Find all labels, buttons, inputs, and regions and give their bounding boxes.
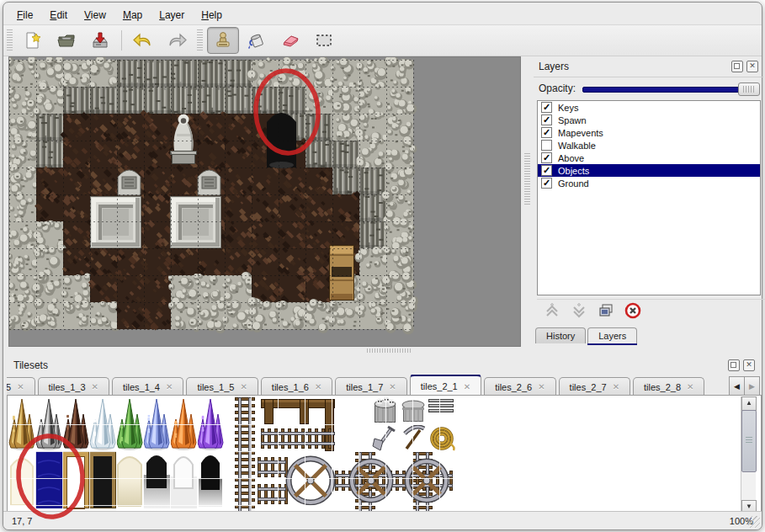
stamp-icon <box>213 30 233 51</box>
layers-panel-title: Layers <box>539 61 569 72</box>
float-panel-icon[interactable] <box>728 359 740 371</box>
close-tab-icon[interactable]: ✕ <box>166 382 173 391</box>
layers-panel-header: Layers ✕ <box>534 56 763 77</box>
close-tab-icon[interactable]: ✕ <box>464 382 470 391</box>
tilesets-panel-title: Tilesets <box>13 359 48 371</box>
undo-button[interactable] <box>127 27 159 54</box>
delete-layer-button[interactable] <box>624 302 641 322</box>
open-button[interactable] <box>50 27 82 54</box>
scroll-tabs-left-button[interactable]: ◀ <box>729 376 745 396</box>
layer-row-spawn[interactable]: ✓Spawn <box>538 114 760 126</box>
save-icon <box>90 30 110 51</box>
menu-item-view[interactable]: View <box>76 8 114 23</box>
fill-tool-button[interactable] <box>241 27 273 54</box>
close-tab-icon[interactable]: ✕ <box>538 382 545 391</box>
menu-item-map[interactable]: Map <box>114 8 151 23</box>
close-panel-icon[interactable]: ✕ <box>746 61 758 72</box>
tileset-tab-tiles_2_1[interactable]: tiles_2_1✕ <box>410 375 481 396</box>
tab-label: tiles_2_8 <box>644 382 681 392</box>
toolbar-grip[interactable] <box>7 29 13 51</box>
layer-name: Spawn <box>558 115 587 125</box>
tab-label: tiles_1_3 <box>49 382 86 392</box>
tileset-tab-tiles_2_7[interactable]: tiles_2_7✕ <box>559 377 630 396</box>
layers-panel: Layers ✕ Opacity: ✓Keys✓Spawn✓MapeventsW… <box>534 56 763 348</box>
dock-tab-layers[interactable]: Layers <box>587 327 637 343</box>
close-tab-icon[interactable]: ✕ <box>389 382 396 391</box>
open-folder-icon <box>56 30 77 51</box>
close-tab-icon[interactable]: ✕ <box>613 382 619 391</box>
tab-label: tiles_1_5 <box>197 382 234 392</box>
app-window: FileEditViewMapLayerHelp Layers ✕ Opacit… <box>3 2 762 530</box>
window-resize-grip[interactable] <box>748 516 760 528</box>
close-panel-icon[interactable]: ✕ <box>743 359 755 371</box>
layer-row-walkable[interactable]: Walkable <box>538 139 760 152</box>
layer-row-ground[interactable]: ✓Ground <box>538 177 760 189</box>
close-tab-icon[interactable]: ✕ <box>315 382 321 391</box>
close-tab-icon[interactable]: ✕ <box>240 382 247 391</box>
close-tab-icon[interactable]: ✕ <box>92 382 98 391</box>
save-button[interactable] <box>84 27 116 54</box>
opacity-label: Opacity: <box>539 82 576 94</box>
tileset-tab-tiles_1_6[interactable]: tiles_1_6✕ <box>261 377 332 396</box>
layer-row-objects[interactable]: ✓Objects <box>538 164 760 177</box>
tileset-vertical-scrollbar[interactable]: ▲ ▼ <box>741 396 756 514</box>
close-tab-icon[interactable]: ✕ <box>687 382 693 391</box>
dock-tabbar: HistoryLayers <box>535 327 639 343</box>
scroll-tabs-right-button[interactable]: ▶ <box>745 376 760 396</box>
dock-tab-history[interactable]: History <box>535 327 586 343</box>
move-layer-up-button[interactable] <box>544 302 560 322</box>
move-layer-down-button[interactable] <box>571 302 587 322</box>
map-canvas[interactable] <box>9 57 518 344</box>
layer-visibility-checkbox[interactable]: ✓ <box>541 114 552 125</box>
layer-visibility-checkbox[interactable]: ✓ <box>541 127 552 138</box>
float-panel-icon[interactable] <box>731 61 743 72</box>
toolbar-grip[interactable] <box>197 29 203 51</box>
toolbar <box>3 24 762 56</box>
slider-handle[interactable] <box>738 82 760 96</box>
eraser-tool-button[interactable] <box>274 27 306 54</box>
scrollbar-thumb[interactable] <box>741 410 757 472</box>
menu-item-edit[interactable]: Edit <box>41 8 76 23</box>
tileset-tab-tiles_2_8[interactable]: tiles_2_8✕ <box>633 377 704 396</box>
menu-item-help[interactable]: Help <box>193 8 231 23</box>
tileset-tab-tiles_1_3[interactable]: tiles_1_3✕ <box>38 377 109 396</box>
layer-visibility-checkbox[interactable]: ✓ <box>541 178 552 189</box>
scroll-up-arrow[interactable]: ▲ <box>741 396 757 411</box>
layer-visibility-checkbox[interactable]: ✓ <box>541 152 552 163</box>
layer-list: ✓Keys✓Spawn✓MapeventsWalkable✓Above✓Obje… <box>537 100 761 295</box>
statusbar: 17, 7 100% <box>3 511 762 529</box>
tileset-tab-tiles_1_4[interactable]: tiles_1_4✕ <box>112 377 183 396</box>
layer-visibility-checkbox[interactable]: ✓ <box>541 102 552 113</box>
select-tool-button[interactable] <box>308 27 340 54</box>
tileset-tab-tiles_1_5[interactable]: tiles_1_5✕ <box>186 377 258 396</box>
redo-button[interactable] <box>161 27 193 54</box>
tileset-canvas[interactable] <box>8 396 742 515</box>
menu-item-layer[interactable]: Layer <box>151 8 193 23</box>
tileset-tab-tiles_2_6[interactable]: tiles_2_6✕ <box>484 377 555 396</box>
tab-scroll-buttons: ◀ ▶ <box>729 376 760 396</box>
close-tab-icon[interactable]: ✕ <box>17 382 24 391</box>
menu-item-file[interactable]: File <box>8 8 41 23</box>
tab-label: tiles_1_6 <box>272 382 309 392</box>
horizontal-splitter[interactable] <box>7 347 762 354</box>
tab-label: tiles_2_1 <box>421 381 458 391</box>
tileset-tab-5[interactable]: 5✕ <box>7 377 35 396</box>
layer-name: Ground <box>558 178 589 189</box>
vertical-splitter[interactable] <box>522 56 533 347</box>
layer-row-above[interactable]: ✓Above <box>538 152 760 164</box>
tab-label: 5 <box>7 382 11 392</box>
duplicate-layer-button[interactable] <box>598 302 614 322</box>
layer-visibility-checkbox[interactable]: ✓ <box>541 165 552 176</box>
layer-row-mapevents[interactable]: ✓Mapevents <box>538 126 760 139</box>
stamp-tool-button[interactable] <box>207 27 239 54</box>
tileset-tab-tiles_1_7[interactable]: tiles_1_7✕ <box>335 377 406 396</box>
new-map-button[interactable] <box>17 27 49 54</box>
layer-name: Above <box>558 153 584 163</box>
layer-name: Objects <box>558 166 589 176</box>
opacity-slider[interactable] <box>582 82 760 95</box>
layer-visibility-checkbox[interactable] <box>541 140 552 151</box>
eraser-icon <box>279 30 301 51</box>
screenshot-stage: FileEditViewMapLayerHelp Layers ✕ Opacit… <box>0 0 765 532</box>
layer-name: Walkable <box>558 141 596 151</box>
layer-row-keys[interactable]: ✓Keys <box>538 101 760 114</box>
